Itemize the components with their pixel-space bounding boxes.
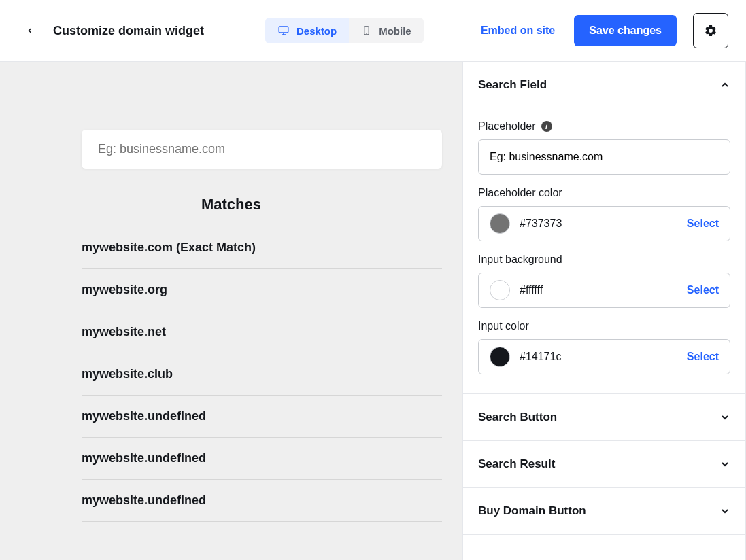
- section-search-result: Search Result: [463, 441, 745, 488]
- placeholder-label: Placeholder i: [478, 120, 730, 133]
- match-row[interactable]: mywebsite.undefined: [82, 396, 442, 438]
- view-desktop-tab[interactable]: Desktop: [265, 18, 349, 43]
- body: Eg: businessname.com Matches mywebsite.c…: [0, 61, 746, 560]
- match-row[interactable]: mywebsite.undefined: [82, 438, 442, 480]
- section-buy-domain-title: Buy Domain Button: [478, 504, 586, 518]
- section-buy-domain-header[interactable]: Buy Domain Button: [463, 488, 745, 534]
- match-domain: mywebsite.undefined: [82, 451, 206, 465]
- section-search-result-header[interactable]: Search Result: [463, 441, 745, 487]
- input-color-select[interactable]: Select: [687, 351, 719, 363]
- save-button[interactable]: Save changes: [574, 15, 677, 46]
- chevron-down-icon: [719, 506, 730, 517]
- placeholder-color-swatch: [490, 213, 510, 234]
- back-button[interactable]: [18, 18, 42, 43]
- view-mobile-label: Mobile: [379, 25, 411, 37]
- match-domain: mywebsite.net: [82, 325, 166, 338]
- match-domain: mywebsite.club: [82, 367, 173, 381]
- placeholder-color-select[interactable]: Select: [687, 217, 719, 230]
- view-mobile-tab[interactable]: Mobile: [349, 18, 424, 43]
- chevron-up-icon: [719, 80, 730, 90]
- section-search-button: Search Button: [463, 394, 745, 441]
- embed-link[interactable]: Embed on site: [481, 24, 555, 37]
- section-search-field-body: Placeholder i Placeholder color #737373 …: [463, 120, 745, 393]
- matches-heading: Matches: [0, 196, 462, 213]
- settings-button[interactable]: [693, 13, 728, 48]
- side-panel: Search Field Placeholder i Placeholder c…: [462, 62, 746, 560]
- section-search-result-title: Search Result: [478, 457, 555, 471]
- chevron-down-icon: [719, 459, 730, 470]
- input-color-row: #14171c Select: [478, 339, 730, 374]
- match-domain: mywebsite.undefined: [82, 493, 206, 507]
- preview-search-input[interactable]: Eg: businessname.com: [82, 130, 442, 169]
- section-search-field-title: Search Field: [478, 78, 547, 92]
- placeholder-input[interactable]: [478, 139, 730, 175]
- input-bg-select[interactable]: Select: [687, 284, 719, 296]
- preview-pane: Eg: businessname.com Matches mywebsite.c…: [0, 62, 462, 560]
- placeholder-color-value: #737373: [520, 217, 677, 230]
- input-color-value: #14171c: [520, 351, 677, 363]
- placeholder-color-label: Placeholder color: [478, 187, 730, 199]
- chevron-down-icon: [719, 412, 730, 423]
- match-extra: (Exact Match): [176, 241, 256, 254]
- match-row[interactable]: mywebsite.com (Exact Match): [82, 227, 442, 269]
- section-buy-domain: Buy Domain Button: [463, 488, 745, 535]
- mobile-icon: [361, 25, 372, 36]
- svg-rect-0: [279, 27, 288, 33]
- match-row[interactable]: mywebsite.undefined: [82, 480, 442, 522]
- section-search-button-header[interactable]: Search Button: [463, 394, 745, 440]
- chevron-left-icon: [26, 26, 34, 35]
- info-icon[interactable]: i: [541, 121, 552, 132]
- match-row[interactable]: mywebsite.org: [82, 269, 442, 311]
- view-toggle: Desktop Mobile: [265, 18, 424, 43]
- gear-icon: [704, 24, 717, 37]
- section-search-field: Search Field Placeholder i Placeholder c…: [463, 62, 745, 394]
- desktop-icon: [277, 24, 290, 37]
- match-list: mywebsite.com (Exact Match)mywebsite.org…: [82, 227, 442, 522]
- match-domain: mywebsite.undefined: [82, 409, 206, 423]
- section-search-field-header[interactable]: Search Field: [463, 62, 745, 108]
- view-desktop-label: Desktop: [296, 25, 337, 37]
- match-row[interactable]: mywebsite.club: [82, 353, 442, 396]
- input-bg-value: #ffffff: [520, 284, 677, 296]
- input-color-label: Input color: [478, 320, 730, 332]
- input-color-swatch: [490, 347, 510, 367]
- match-domain: mywebsite.org: [82, 283, 167, 296]
- input-bg-row: #ffffff Select: [478, 273, 730, 308]
- match-row[interactable]: mywebsite.net: [82, 311, 442, 353]
- section-search-button-title: Search Button: [478, 410, 557, 424]
- match-domain: mywebsite.com: [82, 241, 176, 254]
- top-header: Customize domain widget Desktop Mobile E…: [0, 0, 746, 61]
- input-bg-swatch: [490, 280, 510, 300]
- placeholder-color-row: #737373 Select: [478, 206, 730, 241]
- input-bg-label: Input background: [478, 253, 730, 266]
- page-title: Customize domain widget: [53, 24, 204, 38]
